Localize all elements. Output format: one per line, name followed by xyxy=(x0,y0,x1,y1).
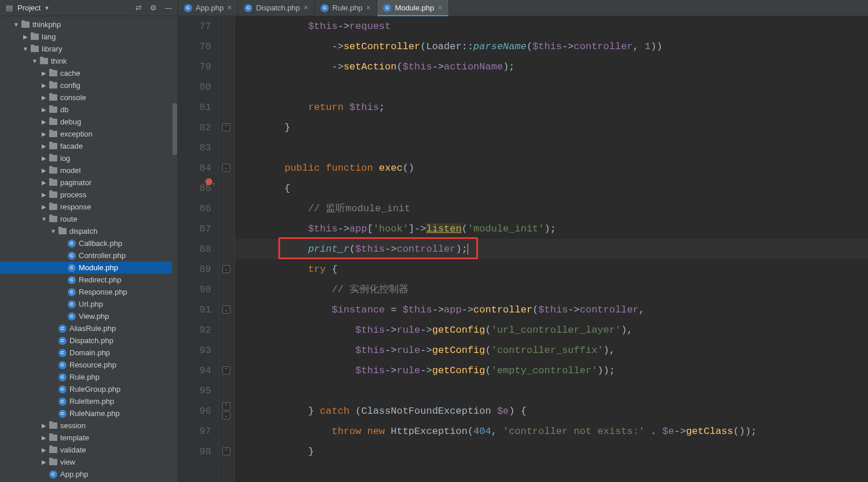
fold-toggle-icon[interactable]: ⌄ xyxy=(222,411,230,420)
tree-file[interactable]: Dispatch.php xyxy=(0,334,178,347)
tree-expand-arrow[interactable]: ▼ xyxy=(41,216,47,222)
close-icon[interactable]: ✕ xyxy=(437,4,443,12)
code-line[interactable]: } catch (ClassNotFoundException $e) { xyxy=(237,401,868,421)
tree-folder[interactable]: ▶lang xyxy=(0,31,178,43)
tree-folder[interactable]: ▶debug xyxy=(0,116,178,128)
fold-toggle-icon[interactable]: ⌃ xyxy=(222,366,230,374)
fold-toggle-icon[interactable]: ⌃ xyxy=(222,123,230,131)
tree-expand-arrow[interactable]: ▶ xyxy=(41,143,47,149)
tree-folder[interactable]: ▶template xyxy=(0,432,178,444)
tree-expand-arrow[interactable]: ▶ xyxy=(41,106,47,113)
fold-gutter[interactable]: ⌃⌄⌄⌄⌃⌃⌄⌃ xyxy=(219,16,235,482)
close-icon[interactable]: ✕ xyxy=(227,4,232,12)
tree-folder[interactable]: ▶paginator xyxy=(0,176,178,189)
sidebar-scrollbar[interactable] xyxy=(172,16,178,482)
tree-file[interactable]: Module.php xyxy=(0,262,178,274)
tree-expand-arrow[interactable]: ▶ xyxy=(22,34,29,40)
editor-tab[interactable]: Rule.php✕ xyxy=(315,0,377,16)
code-line[interactable]: try { xyxy=(237,259,868,279)
tree-folder[interactable]: ▶validate xyxy=(0,444,178,456)
editor-tab[interactable]: Module.php✕ xyxy=(377,0,449,16)
tree-file[interactable]: Rule.php xyxy=(0,371,178,383)
tree-file[interactable]: Redirect.php xyxy=(0,274,178,286)
tree-folder[interactable]: ▶log xyxy=(0,152,178,164)
tree-expand-arrow[interactable]: ▼ xyxy=(31,58,38,64)
tree-expand-arrow[interactable]: ▶ xyxy=(41,192,47,198)
tree-folder[interactable]: ▶db xyxy=(0,104,178,116)
tree-expand-arrow[interactable]: ▶ xyxy=(41,94,47,101)
tree-file[interactable]: View.php xyxy=(0,310,178,322)
code-line[interactable]: $this->rule->getConfig('controller_suffi… xyxy=(237,340,868,360)
tree-expand-arrow[interactable]: ▶ xyxy=(41,422,47,429)
code-line[interactable]: } xyxy=(237,117,868,138)
close-icon[interactable]: ✕ xyxy=(366,4,371,12)
tree-expand-arrow[interactable]: ▶ xyxy=(41,179,47,186)
tree-expand-arrow[interactable]: ▶ xyxy=(41,82,47,89)
project-tree[interactable]: ▼thinkphp▶lang▼library▼think▶cache▶confi… xyxy=(0,16,178,482)
tree-folder[interactable]: ▶response xyxy=(0,201,178,213)
tree-expand-arrow[interactable]: ▶ xyxy=(41,459,47,465)
tree-folder[interactable]: ▼route xyxy=(0,213,178,225)
tree-folder[interactable]: ▶model xyxy=(0,164,178,176)
tree-expand-arrow[interactable]: ▼ xyxy=(50,228,57,234)
tree-file[interactable]: Domain.php xyxy=(0,347,178,359)
sidebar-scrollbar-thumb[interactable] xyxy=(172,103,177,155)
code-lines[interactable]: $this->request ->setController(Loader::p… xyxy=(235,16,868,482)
code-line[interactable]: { xyxy=(237,178,868,198)
tree-expand-arrow[interactable]: ▶ xyxy=(41,119,47,125)
tree-file[interactable]: Resource.php xyxy=(0,359,178,371)
tree-folder[interactable]: ▶view xyxy=(0,456,178,468)
tree-expand-arrow[interactable]: ▶ xyxy=(41,70,47,76)
tree-folder[interactable]: ▶cache xyxy=(0,67,178,79)
code-line[interactable]: public function exec() xyxy=(237,158,868,178)
code-line[interactable]: ->setAction($this->actionName); xyxy=(237,57,868,77)
tree-folder[interactable]: ▼think xyxy=(0,55,178,67)
tree-file[interactable]: RuleItem.php xyxy=(0,395,178,407)
close-icon[interactable]: ✕ xyxy=(303,4,308,12)
tree-folder[interactable]: ▼library xyxy=(0,43,178,55)
tree-file[interactable]: Controller.php xyxy=(0,249,178,262)
fold-toggle-icon[interactable]: ⌄ xyxy=(222,164,230,172)
code-line[interactable]: // 监听module_init xyxy=(237,198,868,219)
code-line[interactable]: // 实例化控制器 xyxy=(237,279,868,300)
tree-folder[interactable]: ▶facade xyxy=(0,140,178,152)
tree-expand-arrow[interactable]: ▶ xyxy=(41,435,47,441)
tree-expand-arrow[interactable]: ▼ xyxy=(22,46,29,52)
tree-folder[interactable]: ▶process xyxy=(0,189,178,201)
tree-file[interactable]: RuleName.php xyxy=(0,407,178,420)
hide-icon[interactable]: — xyxy=(164,3,173,13)
tree-folder[interactable]: ▶config xyxy=(0,79,178,91)
fold-toggle-icon[interactable]: ⌃ xyxy=(222,447,230,455)
editor-tab[interactable]: App.php✕ xyxy=(178,0,238,16)
fold-toggle-icon[interactable]: ⌄ xyxy=(222,265,230,273)
tree-file[interactable]: App.php xyxy=(0,468,178,480)
tree-expand-arrow[interactable]: ▶ xyxy=(41,155,47,161)
code-line[interactable]: $this->rule->getConfig('empty_controller… xyxy=(237,360,868,381)
code-line[interactable] xyxy=(237,381,868,401)
chevron-down-icon[interactable]: ▼ xyxy=(44,5,49,11)
tree-folder[interactable]: ▶console xyxy=(0,91,178,104)
tree-expand-arrow[interactable]: ▼ xyxy=(13,21,20,28)
tree-folder[interactable]: ▶session xyxy=(0,420,178,432)
tree-folder[interactable]: ▼dispatch xyxy=(0,225,178,237)
code-line[interactable]: return $this; xyxy=(237,97,868,117)
tree-file[interactable]: Url.php xyxy=(0,298,178,310)
tree-expand-arrow[interactable]: ▶ xyxy=(41,131,47,137)
code-view[interactable]: 7778798081828384858687888990919293949596… xyxy=(178,16,868,482)
tree-file[interactable]: AliasRule.php xyxy=(0,322,178,334)
code-line[interactable]: ->setController(Loader::parseName($this-… xyxy=(237,36,868,57)
code-line[interactable]: print_r($this->controller);​ xyxy=(237,239,868,259)
fold-toggle-icon[interactable]: ⌄ xyxy=(222,306,230,314)
tree-file[interactable]: Response.php xyxy=(0,286,178,298)
tree-expand-arrow[interactable]: ▶ xyxy=(41,447,47,453)
code-line[interactable] xyxy=(237,77,868,97)
tree-file[interactable]: RuleGroup.php xyxy=(0,383,178,395)
code-line[interactable]: $this->request xyxy=(237,16,868,36)
code-line[interactable]: $instance = $this->app->controller($this… xyxy=(237,300,868,320)
scroll-from-source-icon[interactable]: ⇄ xyxy=(134,3,143,13)
editor-tab[interactable]: Dispatch.php✕ xyxy=(238,0,315,16)
tree-expand-arrow[interactable]: ▶ xyxy=(41,167,47,174)
tree-folder[interactable]: ▼thinkphp xyxy=(0,19,178,31)
tree-folder[interactable]: ▶exception xyxy=(0,128,178,140)
settings-icon[interactable]: ⚙ xyxy=(149,3,158,13)
